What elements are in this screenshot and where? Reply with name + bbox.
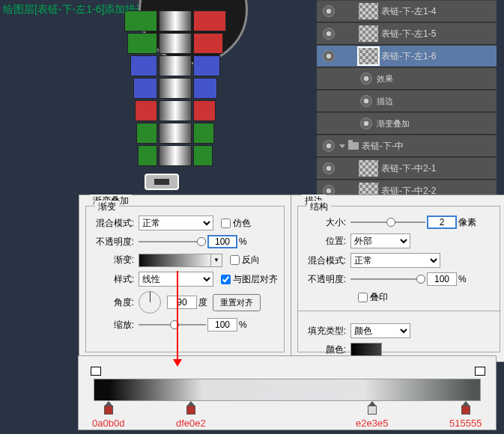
layer-effects[interactable]: 效果 — [317, 67, 497, 90]
scale-slider[interactable] — [139, 320, 206, 330]
opacity-stop[interactable] — [475, 367, 484, 376]
scale-input[interactable] — [207, 318, 237, 331]
reverse-checkbox[interactable]: 反向 — [227, 253, 260, 267]
fill-type-select[interactable]: 颜色 — [350, 323, 410, 338]
selected-segment-marker — [145, 174, 179, 190]
gradient-swatch[interactable] — [139, 254, 211, 267]
visibility-icon[interactable] — [360, 73, 372, 85]
opacity-slider[interactable] — [350, 274, 425, 284]
opacity-input[interactable] — [207, 235, 237, 248]
visibility-icon[interactable] — [323, 140, 335, 152]
layer-effect-gradient[interactable]: 渐变叠加 — [317, 112, 497, 135]
layer-row[interactable]: 表链-下-中2-1 — [317, 157, 497, 180]
visibility-icon[interactable] — [323, 50, 335, 62]
gradient-bar[interactable] — [94, 379, 481, 401]
watch-preview — [97, 0, 300, 187]
color-stop[interactable]: 515555 — [449, 401, 482, 429]
visibility-icon[interactable] — [360, 117, 372, 129]
position-select[interactable]: 外部 — [350, 233, 410, 248]
visibility-icon[interactable] — [323, 28, 335, 40]
dither-checkbox[interactable]: 仿色 — [218, 216, 251, 230]
gradient-overlay-dialog: 渐变叠加 渐变 混合模式:正常仿色 不透明度:% 渐变:▼反向 样式:线性与图层… — [79, 195, 291, 362]
layer-effect-stroke[interactable]: 描边 — [317, 90, 497, 112]
opacity-slider[interactable] — [139, 236, 206, 247]
visibility-icon[interactable] — [323, 5, 335, 17]
opacity-stop[interactable] — [91, 367, 100, 376]
expand-icon[interactable] — [339, 144, 345, 148]
opacity-input[interactable] — [427, 272, 457, 286]
visibility-icon[interactable] — [323, 162, 335, 174]
layer-row[interactable]: 表链-下-左1-5 — [317, 22, 497, 45]
layer-row[interactable]: 表链-下-左1-6 — [317, 45, 497, 67]
blend-mode-select[interactable]: 正常 — [139, 216, 213, 230]
folder-icon — [348, 142, 359, 150]
align-checkbox[interactable]: 与图层对齐 — [218, 272, 278, 287]
size-input[interactable] — [427, 216, 457, 229]
color-swatch[interactable] — [350, 343, 382, 356]
blend-mode-select[interactable]: 正常 — [350, 253, 440, 268]
layers-panel: 表链-下-左1-4 表链-下-左1-5 表链-下-左1-6 效果 描边 渐变叠加… — [317, 0, 497, 202]
color-stop[interactable]: dfe0e2 — [176, 401, 206, 429]
gradient-editor: 0a0b0d dfe0e2 e2e3e5 515555 — [78, 355, 497, 430]
gradient-dropdown[interactable]: ▼ — [211, 254, 222, 267]
layer-folder[interactable]: 表链-下-中 — [317, 135, 497, 157]
reset-align-button[interactable]: 重置对齐 — [213, 294, 261, 311]
stroke-dialog: 描边 结构 大小:像素 位置:外部 混合模式:正常 不透明度:% 叠印 填充类型… — [291, 195, 504, 362]
arrow-indicator — [177, 271, 178, 361]
style-select[interactable]: 线性 — [139, 272, 213, 287]
angle-input[interactable] — [167, 296, 197, 309]
visibility-icon[interactable] — [360, 95, 372, 107]
color-stop[interactable]: e2e3e5 — [356, 401, 388, 429]
overprint-checkbox[interactable]: 叠印 — [355, 290, 388, 305]
angle-dial[interactable] — [139, 291, 161, 314]
size-slider[interactable] — [350, 217, 425, 227]
layer-row[interactable]: 表链-下-左1-4 — [317, 0, 497, 22]
color-stop[interactable]: 0a0b0d — [92, 401, 124, 429]
